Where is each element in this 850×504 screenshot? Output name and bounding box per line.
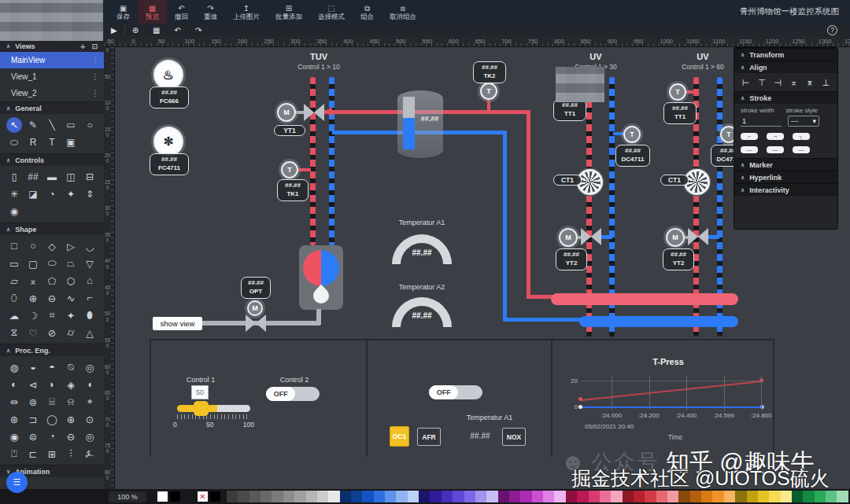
tool-icon[interactable]: ⬭ bbox=[5, 134, 24, 150]
proc-shape-icon[interactable]: ⊖ bbox=[61, 429, 80, 444]
control-tool-icon[interactable]: ✳ bbox=[5, 186, 24, 202]
palette-swatch[interactable] bbox=[543, 491, 554, 502]
uv1-ct1-label[interactable]: CT1 bbox=[553, 175, 582, 186]
palette-swatch[interactable] bbox=[712, 491, 723, 502]
proc-shape-icon[interactable]: ⊐ bbox=[24, 411, 42, 427]
shape-icon[interactable]: ▽ bbox=[80, 256, 99, 271]
views-section-header[interactable]: ∧ Views + ⊡ bbox=[0, 39, 104, 52]
proc-shape-icon[interactable]: ◉ bbox=[5, 429, 24, 444]
tool-icon[interactable]: R bbox=[24, 134, 42, 150]
align-icon[interactable]: ⊢ bbox=[741, 78, 751, 88]
palette-swatch[interactable] bbox=[826, 491, 837, 502]
control-tool-icon[interactable]: ✦ bbox=[61, 186, 80, 202]
proc-shape-icon[interactable]: ◖ bbox=[80, 377, 99, 392]
palette-swatch[interactable] bbox=[724, 491, 735, 502]
red-supply-pipe-v[interactable] bbox=[527, 110, 530, 299]
controls-section-header[interactable]: ∧ Controls bbox=[0, 153, 104, 166]
no-color-swatch[interactable]: ✕ bbox=[198, 491, 208, 502]
tk1-sensor-circle[interactable]: T bbox=[281, 161, 298, 178]
fc4711-thermometer-icon[interactable]: ✼ bbox=[153, 127, 183, 156]
tuv-red-pipe[interactable] bbox=[310, 77, 316, 245]
uv2-tt1-label-box[interactable]: ##.## TT1 bbox=[663, 102, 697, 124]
palette-swatch[interactable] bbox=[554, 491, 565, 502]
tk2-sensor-circle[interactable]: T bbox=[480, 83, 497, 100]
control-tool-icon[interactable]: ⇕ bbox=[80, 186, 99, 202]
control-tool-icon[interactable]: ◫ bbox=[61, 169, 80, 185]
view-list-item[interactable]: MainView ⋮ bbox=[0, 52, 104, 68]
shape-icon[interactable]: △ bbox=[80, 325, 99, 340]
palette-swatch[interactable] bbox=[249, 491, 261, 502]
shape-icon[interactable]: ⬠ bbox=[42, 273, 61, 289]
shape-icon[interactable]: ☁ bbox=[5, 307, 24, 323]
red-header-pipe[interactable] bbox=[551, 293, 738, 305]
palette-swatch[interactable] bbox=[678, 491, 689, 502]
control2-toggle[interactable]: OFF bbox=[266, 387, 320, 401]
uv2-tt1-circle[interactable]: T bbox=[669, 83, 686, 101]
palette-swatch[interactable] bbox=[442, 491, 453, 502]
topbar-item[interactable]: ⧉ 组合 bbox=[353, 0, 382, 24]
interactivity-section-header[interactable]: ∧ Interactivity bbox=[734, 183, 837, 196]
tool-icon[interactable]: ▣ bbox=[61, 134, 80, 150]
proc-shape-icon[interactable]: ⊞ bbox=[42, 446, 61, 462]
shape-icon[interactable]: ⧖ bbox=[5, 325, 24, 340]
align-icon[interactable]: ⊥ bbox=[821, 78, 831, 88]
align-icon[interactable]: ⌅ bbox=[789, 78, 799, 88]
topbar-item[interactable]: ▣ 保存 bbox=[109, 0, 138, 24]
palette-swatch[interactable] bbox=[701, 491, 712, 502]
general-section-header[interactable]: ∧ General bbox=[0, 101, 104, 114]
palette-swatch[interactable] bbox=[803, 491, 814, 502]
tool-icon[interactable]: ✎ bbox=[24, 117, 42, 133]
proc-shape-icon[interactable]: ⊙ bbox=[80, 411, 99, 427]
stroke-color-swatch[interactable] bbox=[170, 491, 180, 502]
connector-line-button[interactable]: — bbox=[741, 146, 758, 153]
shape-icon[interactable]: □ bbox=[5, 238, 24, 254]
marker-section-header[interactable]: ∧ Marker bbox=[734, 158, 837, 171]
proc-shape-icon[interactable]: ⌖ bbox=[80, 394, 99, 410]
palette-swatch[interactable] bbox=[340, 491, 351, 502]
proc-shape-icon[interactable]: ⊛ bbox=[5, 411, 24, 427]
palette-swatch[interactable] bbox=[419, 491, 430, 502]
uv1-tt1-label-box[interactable]: ##.## TT1 bbox=[553, 99, 586, 121]
shape-icon[interactable]: ▱ bbox=[5, 273, 24, 289]
opt-valve[interactable] bbox=[246, 315, 266, 332]
topbar-item[interactable]: ▦ 预览 bbox=[138, 0, 167, 24]
fill-color-swatch[interactable] bbox=[157, 491, 168, 502]
palette-swatch[interactable] bbox=[611, 491, 622, 502]
shape-icon[interactable]: ⬮ bbox=[80, 307, 99, 323]
tuv-blue-pipe[interactable] bbox=[329, 77, 334, 245]
connector-elbow-button[interactable]: ⌐ bbox=[741, 133, 758, 140]
proc-eng-section-header[interactable]: ∧ Proc. Eng. bbox=[0, 344, 104, 356]
opt-label-box[interactable]: ##.## OPT bbox=[241, 277, 271, 299]
transform-section-header[interactable]: ∧ Transform bbox=[734, 48, 837, 61]
mid-toggle[interactable]: OFF bbox=[429, 385, 482, 399]
control1-slider-track[interactable] bbox=[177, 405, 250, 412]
proc-shape-icon[interactable]: ⫶ bbox=[61, 446, 80, 462]
control1-slider-knob[interactable] bbox=[194, 401, 209, 416]
connector-line-button[interactable]: — bbox=[793, 146, 810, 153]
control-tool-icon[interactable]: ▬ bbox=[42, 169, 61, 185]
undo-icon[interactable]: ↶ bbox=[168, 26, 188, 35]
proc-shape-icon[interactable]: ⍾ bbox=[61, 394, 80, 410]
tool-icon[interactable]: T bbox=[42, 134, 61, 150]
palette-swatch[interactable] bbox=[735, 491, 746, 502]
oc1-button[interactable]: OC1 bbox=[390, 426, 409, 447]
tool-icon[interactable]: ▭ bbox=[61, 117, 80, 133]
palette-swatch[interactable] bbox=[464, 491, 475, 502]
palette-swatch[interactable] bbox=[520, 491, 531, 502]
control1-value-box[interactable]: 50 bbox=[191, 385, 209, 399]
uv2-yt2-motor-circle[interactable]: M bbox=[666, 228, 685, 247]
shape-icon[interactable]: ⊕ bbox=[24, 290, 42, 306]
help-icon[interactable]: ? bbox=[827, 25, 837, 35]
palette-swatch[interactable] bbox=[815, 491, 826, 502]
fc666-thermometer-icon[interactable]: ♨ bbox=[153, 60, 183, 90]
palette-swatch[interactable] bbox=[486, 491, 497, 502]
proc-shape-icon[interactable]: ⊏ bbox=[24, 446, 42, 462]
control-tool-icon[interactable]: ⊟ bbox=[80, 169, 99, 185]
palette-swatch[interactable] bbox=[306, 491, 317, 502]
control-tool-icon[interactable]: ◪ bbox=[24, 186, 42, 202]
shape-icon[interactable]: ⌗ bbox=[42, 307, 61, 323]
shape-icon[interactable]: ⬭ bbox=[42, 256, 61, 271]
afr-button[interactable]: AFR bbox=[417, 428, 441, 446]
opt-motor-circle[interactable]: M bbox=[247, 300, 263, 316]
palette-swatch[interactable] bbox=[430, 491, 441, 502]
